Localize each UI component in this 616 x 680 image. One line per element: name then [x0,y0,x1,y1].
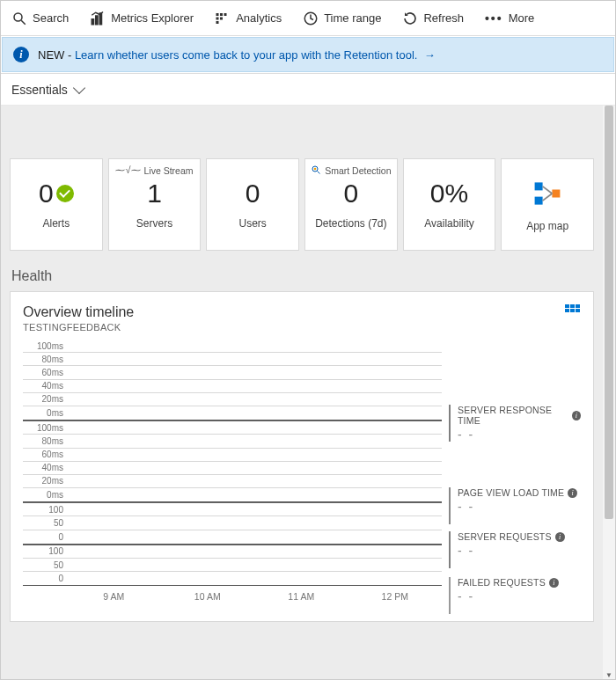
pin-to-dashboard-icon[interactable] [565,304,581,320]
svg-point-14 [314,168,317,171]
more-button[interactable]: ••• More [474,1,545,35]
info-icon: i [13,47,29,62]
ylabel: 60ms [23,450,67,459]
ylabel: 100ms [23,423,67,433]
detections-value: 0 [344,180,359,207]
content-area: 0 Alerts ⁓√⁓Live Stream 1 Servers 0 User… [1,106,603,680]
more-label: More [509,11,535,25]
legend-server-response-time: SERVER RESPONSE TIMEi - - [449,405,581,442]
time-range-button[interactable]: Time range [292,1,392,35]
svg-rect-24 [570,309,575,312]
app-map-tile[interactable]: App map [501,158,594,251]
card-subtitle: TESTINGFEEDBACK [23,322,134,333]
info-icon[interactable]: i [555,532,565,542]
info-icon[interactable]: i [568,488,577,498]
alerts-tile[interactable]: 0 Alerts [10,158,103,251]
xlabel: 11 AM [254,591,348,602]
alerts-value: 0 [39,180,54,207]
banner-container: i NEW - Learn whether users come back to… [1,37,615,74]
banner-prefix: NEW - [38,48,75,62]
detections-label: Detections (7d) [315,217,386,230]
vertical-scrollbar[interactable]: ▲ ▼ [603,106,615,680]
ylabel: 100 [23,505,67,515]
ylabel: 20ms [23,476,67,486]
ylabel: 0 [23,574,67,583]
analytics-icon [215,11,231,26]
refresh-label: Refresh [423,11,464,25]
legend-failed-requests: FAILED REQUESTSi - - [449,577,581,614]
legend-value: - - [458,428,581,442]
svg-rect-15 [535,182,543,190]
availability-tile[interactable]: 0% Availability [403,158,496,251]
metrics-explorer-button[interactable]: Metrics Explorer [79,1,204,35]
search-button[interactable]: Search [1,1,79,35]
overview-timeline-card[interactable]: Overview timeline TESTINGFEEDBACK 100ms … [10,291,594,622]
clock-icon [303,11,319,26]
info-icon[interactable]: i [549,578,559,588]
refresh-button[interactable]: Refresh [392,1,474,35]
legend-name: PAGE VIEW LOAD TIME [458,487,564,498]
ylabel: 60ms [23,368,67,377]
ylabel: 50 [23,560,67,570]
app-map-icon [532,178,563,209]
more-icon: ••• [485,11,503,26]
analytics-button[interactable]: Analytics [204,1,292,35]
ylabel: 20ms [23,394,67,404]
servers-tile[interactable]: ⁓√⁓Live Stream 1 Servers [108,158,202,251]
ylabel: 100 [23,546,67,556]
ylabel: 80ms [23,355,67,364]
pulse-icon: ⁓√⁓ [115,165,140,176]
card-title: Overview timeline [23,304,134,320]
svg-rect-3 [96,16,98,25]
svg-rect-23 [565,309,569,312]
scrollbar-thumb[interactable] [605,106,613,519]
alerts-label: Alerts [42,217,70,230]
detections-top: Smart Detection [325,165,391,176]
time-axis: 9 AM 10 AM 11 AM 12 PM [23,591,442,602]
svg-line-18 [543,186,553,193]
svg-rect-7 [216,21,219,24]
detections-tile[interactable]: Smart Detection 0 Detections (7d) [304,158,398,251]
svg-rect-10 [224,13,227,16]
legend-page-view-load-time: PAGE VIEW LOAD TIMEi - - [449,487,581,524]
content-shell: 0 Alerts ⁓√⁓Live Stream 1 Servers 0 User… [1,106,615,680]
scroll-down-arrow-icon[interactable]: ▼ [605,669,613,680]
metrics-label: Metrics Explorer [111,11,194,25]
ylabel: 0 [23,532,67,542]
chevron-down-icon [73,81,85,93]
svg-rect-8 [220,13,223,16]
legend-server-requests: SERVER REQUESTSi - - [449,531,581,568]
analytics-label: Analytics [236,11,282,25]
ylabel: 40ms [23,463,67,472]
legend-column: SERVER RESPONSE TIMEi - - PAGE VIEW LOAD… [449,340,581,614]
xlabel: 12 PM [348,591,443,602]
users-label: Users [239,217,267,230]
app-map-label: App map [526,220,568,232]
svg-point-0 [14,13,22,21]
xlabel: 9 AM [67,591,161,602]
smart-detection-icon [311,165,321,177]
ylabel: 50 [23,518,67,528]
svg-line-1 [21,20,26,25]
chart-canvas: 100ms 80ms 60ms 40ms 20ms 0ms 100ms 80ms… [23,340,442,614]
essentials-toggle[interactable]: Essentials [1,74,615,106]
legend-name: SERVER RESPONSE TIME [458,405,568,426]
metrics-icon [90,11,106,26]
svg-line-13 [318,172,320,174]
svg-rect-16 [535,196,543,204]
ylabel: 0ms [23,408,67,418]
banner-text: NEW - Learn whether users come back to y… [38,48,436,62]
info-icon[interactable]: i [572,411,581,420]
chart-page-view-load-time: 100ms 80ms 60ms 40ms 20ms 0ms [23,420,442,502]
banner-link[interactable]: Learn whether users come back to your ap… [75,48,418,62]
chart-server-response-time: 100ms 80ms 60ms 40ms 20ms 0ms [23,340,442,420]
ylabel: 40ms [23,381,67,391]
users-tile[interactable]: 0 Users [206,158,299,251]
servers-label: Servers [136,217,172,230]
essentials-label: Essentials [11,83,68,97]
legend-value: - - [458,500,581,514]
svg-rect-6 [216,17,219,19]
servers-top: Live Stream [144,165,194,176]
chart-server-requests: 100 50 0 [23,502,442,545]
availability-value: 0% [430,180,468,207]
